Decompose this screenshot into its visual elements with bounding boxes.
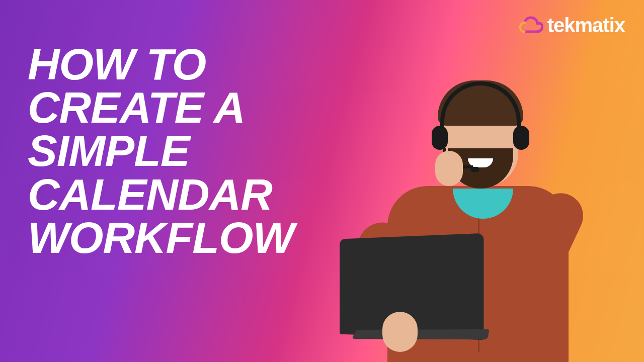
thumbnail-container: tekmatix HOW TO CREATE A SIMPLE CALENDAR… xyxy=(0,0,644,362)
title-line-1: HOW TO xyxy=(28,43,309,86)
title-line-2: CREATE A xyxy=(28,86,309,129)
cloud-icon xyxy=(519,16,543,36)
brand-name: tekmatix xyxy=(547,14,625,37)
title-block: HOW TO CREATE A SIMPLE CALENDAR WORKFLOW xyxy=(28,43,309,259)
title-line-4: CALENDAR xyxy=(28,173,309,216)
title-line-5: WORKFLOW xyxy=(28,216,309,259)
person-image xyxy=(322,60,584,362)
brand-logo: tekmatix xyxy=(519,14,625,37)
title-line-3: SIMPLE xyxy=(28,129,309,172)
